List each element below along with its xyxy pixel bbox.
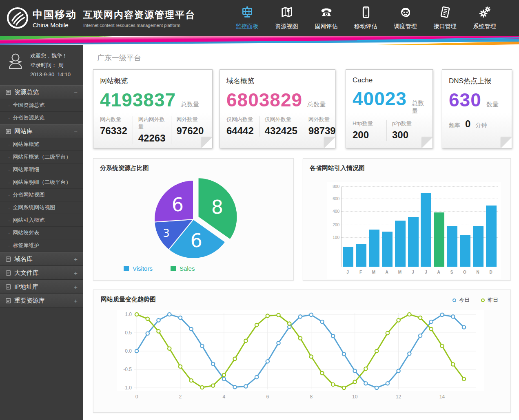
sidebar-item[interactable]: ·网站库概览（二级平台） [0, 151, 83, 164]
section-label: 域名库 [14, 255, 33, 263]
data-point [168, 347, 171, 350]
sidebar-section-4[interactable]: IP地址库+ [0, 280, 83, 294]
main-nav: 监控面板 资源视图 固网评估 [227, 6, 519, 30]
data-point [255, 323, 258, 327]
bar-M-4 [395, 221, 406, 267]
x-tick-label: 2 [179, 394, 182, 400]
expand-icon[interactable]: + [74, 297, 78, 304]
collapse-icon[interactable]: − [74, 89, 78, 96]
section-label: IP地址库 [14, 283, 38, 291]
card-stat: 网内数量 76332 [100, 116, 133, 144]
bullet-icon: · [8, 243, 10, 249]
data-point [353, 369, 356, 372]
data-point [255, 376, 258, 379]
nav-item-dispatch-mgmt[interactable]: 调度管理 [386, 6, 425, 30]
expand-icon[interactable]: + [74, 270, 78, 276]
line-chart-panel: 网站质量变化趋势图 今日 昨日 024681012141.00.50.0-0.5… [93, 290, 511, 413]
sidebar-section-5[interactable]: 重要资源库+ [0, 294, 83, 307]
bullet-icon: · [8, 102, 10, 108]
card-title: Cache [353, 76, 426, 84]
sidebar-item[interactable]: ·网站映射表 [0, 227, 83, 239]
decorative-ribbon [0, 36, 519, 45]
data-point [244, 339, 247, 343]
card-title: 网站概览 [100, 76, 206, 86]
sidebar-item[interactable]: ·全国资源总览 [0, 99, 83, 112]
sidebar-item[interactable]: ·网站引入概览 [0, 214, 83, 227]
sidebar-item[interactable]: ·全网系统网站视图 [0, 201, 83, 214]
x-tick-label: N [471, 270, 484, 274]
bullet-icon: · [8, 230, 10, 236]
y-tick-label: 0.0 [125, 348, 132, 354]
card-stat: p2p数量 300 [386, 120, 426, 141]
sidebar: 欢迎您，魏华！ 登录时间： 周三 2013-9-30 14:10 资源总览−·全… [0, 45, 83, 420]
document-icon [6, 284, 11, 290]
data-point [266, 314, 269, 317]
sidebar-item[interactable]: ·网站库概览 [0, 138, 83, 151]
data-point [168, 313, 171, 316]
sidebar-section-2[interactable]: 域名库+ [0, 252, 83, 266]
card-stat: 仅网内数量 64442 [226, 116, 259, 137]
expand-icon[interactable]: + [74, 256, 78, 263]
nav-item-system-mgmt[interactable]: 系统管理 [465, 6, 504, 30]
nav-item-fixed-network-eval[interactable]: 固网评估 [306, 6, 346, 30]
data-point [157, 329, 160, 333]
sidebar-item[interactable]: ·标签库维护 [0, 239, 83, 252]
sidebar-section-0[interactable]: 资源总览− [0, 85, 83, 99]
data-point [200, 386, 204, 389]
y-tick-label: 800 [329, 184, 339, 189]
nav-label: 固网评估 [306, 23, 346, 30]
data-point [430, 327, 433, 331]
nav-item-dashboard[interactable]: 监控面板 [227, 6, 267, 30]
document-icon [6, 90, 11, 95]
card-stat: Http数量 200 [353, 120, 386, 141]
card-dns-hotspot: DNS热点上报 630 数量 频率 0 分钟 [442, 69, 512, 148]
x-tick-label: J [341, 270, 354, 274]
gears-icon [478, 6, 491, 19]
y-tick-label: 600 [329, 197, 339, 201]
x-tick-label: 6 [266, 394, 269, 400]
nav-item-resource-view[interactable]: 资源视图 [267, 6, 306, 30]
sidebar-section-3[interactable]: 大文件库+ [0, 266, 83, 280]
x-tick-label: 8 [310, 394, 313, 400]
sidebar-section-1[interactable]: 网站库− [0, 124, 83, 138]
sidebar-item[interactable]: ·网站库明细 [0, 164, 83, 176]
data-point [397, 369, 400, 372]
data-point [440, 313, 444, 316]
document-icon [6, 298, 11, 303]
section-label: 资源总览 [14, 88, 39, 96]
y-tick-label: 1.0 [125, 312, 132, 317]
pie-chart: 8636 [100, 176, 287, 263]
bar-J-5 [408, 217, 419, 267]
nav-label: 资源视图 [267, 23, 306, 30]
x-tick-label: A [380, 270, 393, 274]
data-point [408, 352, 411, 355]
sidebar-item[interactable]: ·网站库明细（二级平台） [0, 176, 83, 189]
brand-logo-group: 中国移动 China Mobile [0, 7, 77, 29]
x-tick-label: 14 [439, 394, 445, 400]
legend-item-sales[interactable]: Sales [171, 265, 195, 272]
legend-ring-icon [452, 298, 456, 302]
platform-title: 互联网内容资源管理平台 [83, 9, 195, 21]
data-point [462, 377, 466, 380]
section-label: 网站库 [14, 128, 33, 135]
section-label: 重要资源库 [14, 297, 45, 305]
expand-icon[interactable]: + [74, 283, 78, 290]
collapse-icon[interactable]: − [74, 128, 78, 135]
section-label: 大文件库 [14, 269, 39, 277]
nav-item-interface-mgmt[interactable]: 接口管理 [425, 6, 465, 30]
legend-item-yesterday[interactable]: 昨日 [481, 296, 498, 304]
legend-item-visitors[interactable]: Visitors [124, 265, 153, 272]
data-point [375, 386, 378, 389]
legend-item-today[interactable]: 今日 [452, 296, 470, 304]
nav-label: 系统管理 [465, 23, 504, 30]
data-point [364, 382, 367, 385]
top-header: 中国移动 China Mobile 互联网内容资源管理平台 Internet c… [0, 0, 519, 36]
sidebar-item[interactable]: ·分省网站视图 [0, 189, 83, 201]
sidebar-item[interactable]: ·分省资源总览 [0, 112, 83, 124]
document-icon [439, 6, 452, 19]
bullet-icon: · [8, 217, 10, 223]
nav-item-mobile-eval[interactable]: 移动评估 [346, 6, 386, 30]
data-point [310, 313, 313, 316]
card-big-number: 4193837 [100, 89, 176, 111]
main-content: 广东一级平台 网站概览 4193837 总数量 网内数量 76332 [83, 45, 519, 420]
